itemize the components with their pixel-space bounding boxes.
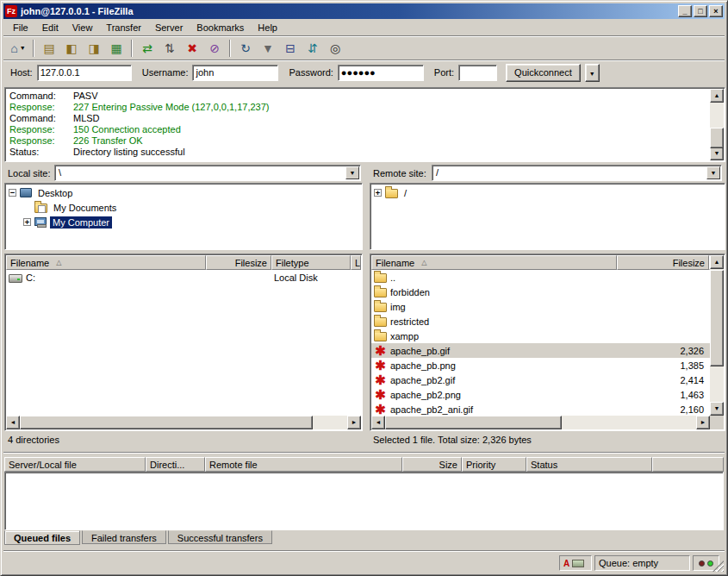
menu-item-transfer[interactable]: Transfer [99, 20, 148, 35]
column-header-filename[interactable]: Filename△ [6, 255, 206, 270]
file-row-forbidden[interactable]: forbidden [371, 285, 710, 299]
scroll-thumb[interactable] [20, 416, 313, 429]
local-tree-button[interactable]: ◧ [61, 39, 82, 58]
close-button[interactable]: × [709, 5, 723, 17]
message-log-button[interactable]: ▤ [39, 39, 59, 58]
local-tree-item-my-documents[interactable]: My Documents [6, 200, 361, 215]
message-log-vscrollbar[interactable]: ▲ ▼ [710, 89, 724, 160]
collapse-icon[interactable]: − [9, 189, 16, 197]
log-line-prefix: Response: [9, 135, 73, 147]
menu-item-view[interactable]: View [65, 20, 100, 35]
menu-item-help[interactable]: Help [251, 20, 284, 35]
port-input[interactable] [458, 65, 497, 81]
directory-filter-button[interactable]: ▼ [258, 39, 278, 58]
password-input[interactable] [338, 65, 424, 81]
remote-file-list-hscrollbar[interactable]: ◄ ► [371, 416, 710, 429]
quickconnect-button[interactable]: Quickconnect [506, 64, 581, 82]
file-row-c[interactable]: C:Local Disk [6, 270, 361, 285]
file-row-restricted[interactable]: restricted [371, 314, 710, 329]
menu-item-bookmarks[interactable]: Bookmarks [190, 20, 251, 35]
tab-queued-files[interactable]: Queued files [4, 530, 80, 545]
sync-browsing-button[interactable]: ⇵ [302, 39, 323, 58]
column-header-directi[interactable]: Directi... [146, 457, 205, 472]
scroll-up-icon: ▲ [714, 259, 720, 265]
tab-successful-transfers[interactable]: Successful transfers [168, 530, 272, 544]
process-queue-button[interactable]: ⇅ [159, 39, 180, 58]
column-header-size[interactable]: Size [402, 457, 462, 472]
maximize-button[interactable]: □ [694, 5, 707, 17]
column-header-priority[interactable]: Priority [462, 457, 526, 472]
column-header-l[interactable]: L [351, 255, 361, 270]
remote-file-list-vscrollbar[interactable]: ▲ ▼ [710, 255, 724, 416]
drive-icon [9, 274, 22, 283]
scroll-thumb[interactable] [710, 270, 724, 366]
file-size-cell [617, 285, 709, 299]
scroll-left-button[interactable]: ◄ [371, 416, 385, 429]
scroll-left-icon: ◄ [10, 419, 16, 425]
column-header-spacer[interactable] [652, 457, 724, 472]
column-header-status[interactable]: Status [526, 457, 652, 472]
file-row-x[interactable]: .. [371, 270, 710, 285]
menu-item-server[interactable]: Server [148, 20, 190, 35]
quickconnect-dropdown-button[interactable]: ▼ [585, 64, 600, 82]
scroll-down-button[interactable]: ▼ [710, 402, 724, 416]
file-row-xampp[interactable]: xampp [371, 329, 710, 343]
local-tree-item-desktop[interactable]: −Desktop [6, 185, 361, 200]
remote-tree-item-x[interactable]: +/ [371, 185, 724, 200]
scroll-up-button[interactable]: ▲ [710, 89, 724, 103]
file-row-apache-pb2-png[interactable]: apache_pb2.png1,463 [371, 387, 710, 402]
directory-compare-button[interactable]: ⊟ [280, 39, 301, 58]
folder-icon [374, 317, 387, 327]
scroll-left-button[interactable]: ◄ [6, 416, 20, 429]
file-name-cell: img [371, 299, 617, 314]
menu-item-file[interactable]: File [6, 20, 35, 35]
sort-ascending-icon: △ [56, 259, 61, 266]
scroll-right-button[interactable]: ► [696, 416, 710, 429]
reconnect-button[interactable]: ↻ [235, 39, 256, 58]
remote-tree-button[interactable]: ◨ [84, 39, 104, 58]
file-row-apache-pb-png[interactable]: apache_pb.png1,385 [371, 358, 710, 373]
file-row-img[interactable]: img [371, 299, 710, 314]
local-site-combo-arrow[interactable]: ▼ [345, 166, 359, 179]
site-manager-button[interactable]: ⌂▼ [8, 39, 28, 58]
pane-splitter[interactable] [363, 165, 370, 431]
file-row-apache-pb-gif[interactable]: apache_pb.gif2,326 [371, 343, 710, 358]
minimize-button[interactable]: _ [678, 5, 692, 17]
file-row-apache-pb2-gif[interactable]: apache_pb2.gif2,414 [371, 373, 710, 387]
find-files-button[interactable]: ◎ [325, 39, 345, 58]
scroll-thumb[interactable] [385, 416, 562, 429]
remote-file-list-headers: Filename△Filesize [371, 255, 710, 270]
transfer-queue-button[interactable]: ▦ [106, 39, 127, 58]
column-header-filesize[interactable]: Filesize [617, 255, 709, 270]
column-header-filename[interactable]: Filename△ [371, 255, 617, 270]
scroll-thumb[interactable] [710, 128, 724, 148]
column-header-remote-file[interactable]: Remote file [205, 457, 402, 472]
scroll-right-button[interactable]: ► [347, 416, 361, 429]
column-header-filesize[interactable]: Filesize [206, 255, 271, 270]
tab-failed-transfers[interactable]: Failed transfers [82, 530, 166, 544]
cancel-button[interactable]: ✖ [182, 39, 202, 58]
expand-icon[interactable]: + [374, 189, 382, 197]
column-header-server-local-file[interactable]: Server/Local file [4, 457, 146, 472]
refresh-button[interactable]: ⇄ [137, 39, 158, 58]
column-header-label: Filetype [276, 258, 309, 268]
column-header-filetype[interactable]: Filetype [271, 255, 351, 270]
disconnect-button[interactable]: ⊘ [204, 39, 225, 58]
file-row-apache-pb2-ani-gif[interactable]: apache_pb2_ani.gif2,160 [371, 402, 710, 416]
menu-item-edit[interactable]: Edit [35, 20, 65, 35]
local-site-combo[interactable]: \ ▼ [54, 165, 361, 181]
remote-site-combo-arrow[interactable]: ▼ [706, 166, 720, 179]
local-file-list-hscrollbar[interactable]: ◄ ► [6, 416, 361, 429]
scroll-up-button[interactable]: ▲ [710, 255, 724, 269]
expand-icon[interactable]: + [23, 218, 31, 226]
username-input[interactable] [192, 65, 278, 81]
transfer-queue-list[interactable] [4, 472, 724, 530]
log-line: Response:150 Connection accepted [9, 124, 707, 135]
title-bar[interactable]: Fz john@127.0.0.1 - FileZilla _□× [3, 3, 725, 19]
remote-site-combo[interactable]: / ▼ [432, 165, 722, 181]
local-tree-item-my-computer[interactable]: +My Computer [6, 215, 361, 229]
file-name: xampp [390, 331, 419, 341]
host-input[interactable] [37, 65, 132, 81]
scroll-down-button[interactable]: ▼ [710, 147, 724, 160]
file-size: 1,463 [680, 390, 704, 400]
